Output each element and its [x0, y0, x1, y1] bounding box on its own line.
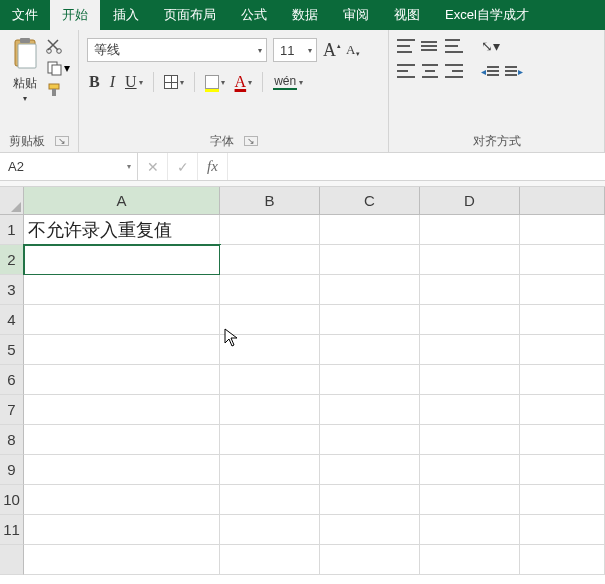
cell-E3[interactable] — [520, 275, 605, 305]
tab-extra[interactable]: Excel自学成才 — [433, 0, 542, 30]
cell-D2[interactable] — [420, 245, 520, 275]
col-header-A[interactable]: A — [24, 187, 220, 215]
cell-A5[interactable] — [24, 335, 220, 365]
cell-B4[interactable] — [220, 305, 320, 335]
cell-D5[interactable] — [420, 335, 520, 365]
shrink-font-button[interactable]: A — [346, 42, 359, 58]
col-header-C[interactable]: C — [320, 187, 420, 215]
col-header-D[interactable]: D — [420, 187, 520, 215]
tab-view[interactable]: 视图 — [382, 0, 433, 30]
cell-E2[interactable] — [520, 245, 605, 275]
tab-data[interactable]: 数据 — [280, 0, 331, 30]
font-name-dropdown-icon[interactable]: ▾ — [254, 46, 262, 55]
font-size-combo[interactable]: 11 ▾ — [273, 38, 317, 62]
cell-D7[interactable] — [420, 395, 520, 425]
cell-A9[interactable] — [24, 455, 220, 485]
name-box[interactable]: A2 ▾ — [0, 153, 138, 180]
cell-D6[interactable] — [420, 365, 520, 395]
cell-A6[interactable] — [24, 365, 220, 395]
cell-E10[interactable] — [520, 485, 605, 515]
cell-E12[interactable] — [520, 545, 605, 575]
align-top-button[interactable] — [397, 39, 415, 53]
cell-E7[interactable] — [520, 395, 605, 425]
phonetic-dropdown-icon[interactable]: ▾ — [299, 78, 303, 87]
align-bottom-button[interactable] — [445, 39, 463, 53]
formula-input[interactable] — [228, 153, 605, 180]
align-middle-button[interactable] — [421, 39, 439, 53]
cell-C4[interactable] — [320, 305, 420, 335]
cell-B5[interactable] — [220, 335, 320, 365]
font-size-dropdown-icon[interactable]: ▾ — [304, 46, 312, 55]
cell-C6[interactable] — [320, 365, 420, 395]
fill-color-button[interactable]: ▾ — [205, 75, 225, 89]
row-header-11[interactable]: 11 — [0, 515, 24, 545]
cell-D9[interactable] — [420, 455, 520, 485]
cell-E8[interactable] — [520, 425, 605, 455]
cell-E6[interactable] — [520, 365, 605, 395]
cell-A4[interactable] — [24, 305, 220, 335]
row-header-9[interactable]: 9 — [0, 455, 24, 485]
font-dialog-launcher[interactable]: ↘ — [244, 136, 258, 146]
cell-C3[interactable] — [320, 275, 420, 305]
cell-B7[interactable] — [220, 395, 320, 425]
orientation-button[interactable]: ⤡▾ — [481, 38, 500, 54]
cell-D10[interactable] — [420, 485, 520, 515]
cell-C7[interactable] — [320, 395, 420, 425]
cell-A10[interactable] — [24, 485, 220, 515]
cell-B3[interactable] — [220, 275, 320, 305]
select-all-corner[interactable] — [0, 187, 24, 215]
cell-C9[interactable] — [320, 455, 420, 485]
phonetic-button[interactable]: wén ▾ — [273, 74, 303, 90]
cell-B12[interactable] — [220, 545, 320, 575]
tab-page-layout[interactable]: 页面布局 — [152, 0, 229, 30]
font-name-combo[interactable]: 等线 ▾ — [87, 38, 267, 62]
paste-button[interactable]: 粘贴 ▾ — [8, 34, 42, 105]
format-painter-button[interactable] — [46, 82, 70, 98]
cell-A12[interactable] — [24, 545, 220, 575]
cell-D11[interactable] — [420, 515, 520, 545]
grow-font-button[interactable]: A — [323, 40, 340, 61]
bold-button[interactable]: B — [89, 73, 100, 91]
tab-insert[interactable]: 插入 — [101, 0, 152, 30]
row-header-4[interactable]: 4 — [0, 305, 24, 335]
cell-C12[interactable] — [320, 545, 420, 575]
cell-D8[interactable] — [420, 425, 520, 455]
enter-formula-button[interactable]: ✓ — [168, 153, 198, 180]
cell-D12[interactable] — [420, 545, 520, 575]
row-header-8[interactable]: 8 — [0, 425, 24, 455]
row-header-5[interactable]: 5 — [0, 335, 24, 365]
cell-C5[interactable] — [320, 335, 420, 365]
cell-A11[interactable] — [24, 515, 220, 545]
font-color-dropdown-icon[interactable]: ▾ — [248, 78, 252, 87]
align-center-button[interactable] — [421, 64, 439, 78]
cell-B6[interactable] — [220, 365, 320, 395]
borders-dropdown-icon[interactable]: ▾ — [180, 78, 184, 87]
row-header-10[interactable]: 10 — [0, 485, 24, 515]
cell-B2[interactable] — [220, 245, 320, 275]
cell-B1[interactable] — [220, 215, 320, 245]
row-header-1[interactable]: 1 — [0, 215, 24, 245]
cell-A2[interactable] — [24, 245, 220, 275]
cell-B11[interactable] — [220, 515, 320, 545]
cell-C11[interactable] — [320, 515, 420, 545]
underline-dropdown-icon[interactable]: ▾ — [139, 78, 143, 87]
align-left-button[interactable] — [397, 64, 415, 78]
copy-dropdown-icon[interactable]: ▾ — [64, 61, 70, 75]
fill-dropdown-icon[interactable]: ▾ — [221, 78, 225, 87]
cell-E9[interactable] — [520, 455, 605, 485]
cut-button[interactable] — [46, 38, 70, 54]
row-header-7[interactable]: 7 — [0, 395, 24, 425]
cell-C1[interactable] — [320, 215, 420, 245]
cell-C10[interactable] — [320, 485, 420, 515]
cell-B9[interactable] — [220, 455, 320, 485]
italic-button[interactable]: I — [110, 73, 115, 91]
row-header-6[interactable]: 6 — [0, 365, 24, 395]
cell-A1[interactable]: 不允许录入重复值 — [24, 215, 220, 245]
cell-A3[interactable] — [24, 275, 220, 305]
cell-C2[interactable] — [320, 245, 420, 275]
cell-E5[interactable] — [520, 335, 605, 365]
tab-formulas[interactable]: 公式 — [229, 0, 280, 30]
tab-file[interactable]: 文件 — [0, 0, 50, 30]
cell-C8[interactable] — [320, 425, 420, 455]
cell-B8[interactable] — [220, 425, 320, 455]
